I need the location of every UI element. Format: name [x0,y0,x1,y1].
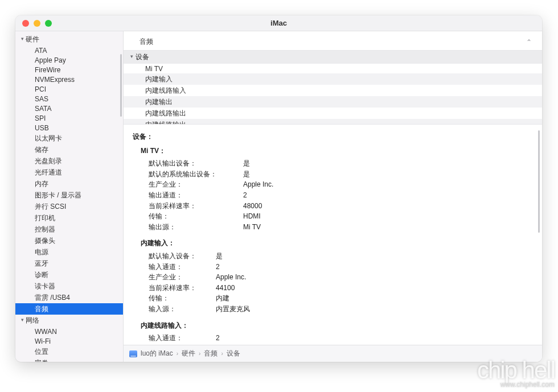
sidebar-item[interactable]: ATA [15,46,123,55]
device-list: ▾设备Mi TV内建输入内建线路输入内建输出内建线路输出内建线路输出内建数码输出 [124,51,542,125]
details-group-title: Mi TV： [141,146,533,156]
sidebar-item[interactable]: 摄像头 [15,235,123,246]
details-value: HDMI [243,211,261,222]
watermark-url: www.chiphell.com [477,381,555,389]
sidebar-item[interactable]: 并行 SCSI [15,201,123,212]
details-key: 传输： [141,293,216,304]
details-key: 输出源： [141,222,243,233]
details-header: 设备： [133,131,533,142]
details-value: Apple Inc. [216,272,246,283]
sidebar-item[interactable]: 控制器 [15,224,123,235]
details-key: 生产企业： [141,344,216,345]
sidebar-item[interactable]: 宗卷 [15,357,123,362]
details-kv-row: 输入源：内置麦克风 [141,304,533,315]
main-pane: 音频 ⌃ ▾设备Mi TV内建输入内建线路输入内建输出内建线路输出内建线路输出内… [124,31,542,362]
sidebar-item[interactable]: SPI [15,113,123,123]
device-list-row[interactable]: 内建输入 [124,73,542,85]
details-group-title: 内建输入： [141,238,533,249]
details-key: 当前采样速率： [141,283,216,294]
details-group: 内建线路输入：输入通道：2生产企业：Apple Inc.当前采样速率：44100… [141,320,533,345]
sidebar-item[interactable]: SAS [15,94,123,104]
sidebar-item[interactable]: 光盘刻录 [15,155,123,167]
details-value: Apple Inc. [216,344,246,345]
device-list-row[interactable]: 内建线路输出 [124,119,542,125]
sidebar-item[interactable]: 雷雳 /USB4 [15,292,123,303]
breadcrumb-item[interactable]: 音频 [204,349,218,358]
sidebar-item[interactable]: 蓝牙 [15,258,123,269]
sidebar[interactable]: ▾硬件ATAApple PayFireWireNVMExpressPCISASS… [15,31,124,362]
sidebar-group-header[interactable]: ▾硬件 [15,34,123,46]
details-key: 默认的系统输出设备： [141,169,243,180]
breadcrumb-item[interactable]: luo的 iMac [141,349,173,358]
details-value: 2 [216,333,220,344]
sidebar-item[interactable]: 内存 [15,178,123,189]
breadcrumb-separator-icon: › [199,350,200,357]
sidebar-item[interactable]: Wi-Fi [15,336,123,346]
chevron-up-icon[interactable]: ⌃ [526,38,532,46]
details-pane[interactable]: 设备：Mi TV：默认输出设备：是默认的系统输出设备：是生产企业：Apple I… [124,125,542,345]
details-value: 是 [216,251,223,262]
disclosure-triangle-icon[interactable]: ▾ [130,54,133,59]
details-kv-row: 输入通道：2 [141,333,533,344]
details-value: 2 [243,190,247,201]
sidebar-item[interactable]: 读卡器 [15,280,123,292]
details-kv-row: 输出源：Mi TV [141,222,533,233]
details-key: 输出通道： [141,190,243,201]
sidebar-item[interactable]: 以太网卡 [15,133,123,144]
details-value: 内置麦克风 [216,304,250,315]
device-list-row[interactable]: 内建输出 [124,96,542,108]
sidebar-item[interactable]: PCI [15,84,123,94]
device-list-row[interactable]: 内建线路输出 [124,108,542,119]
breadcrumb-separator-icon: › [221,350,223,357]
details-key: 生产企业： [141,272,216,283]
details-kv-row: 传输：HDMI [141,211,533,222]
details-kv-row: 当前采样速率：48000 [141,201,533,212]
details-value: Apple Inc. [243,179,273,190]
sidebar-item[interactable]: 电源 [15,246,123,258]
device-list-row[interactable]: 内建线路输入 [124,85,542,96]
details-key: 生产企业： [141,179,243,190]
watermark: chip hell www.chiphell.com [477,360,555,389]
breadcrumb-item[interactable]: 设备 [227,349,240,358]
sidebar-item[interactable]: 位置 [15,346,123,357]
device-list-row[interactable]: Mi TV [124,64,542,73]
sidebar-group-label: 硬件 [26,35,39,44]
sidebar-item[interactable]: Apple Pay [15,55,123,65]
breadcrumb: luo的 iMac›硬件›音频›设备 [124,345,542,362]
minimize-button[interactable] [34,20,40,27]
sidebar-item[interactable]: FireWire [15,65,123,75]
sidebar-item[interactable]: 光纤通道 [15,167,123,178]
sidebar-item[interactable]: 打印机 [15,212,123,224]
details-value: 内建 [216,293,229,304]
details-kv-row: 默认输出设备：是 [141,158,533,169]
device-list-header[interactable]: ▾设备 [124,51,542,64]
computer-icon [129,350,137,357]
sidebar-item[interactable]: NVMExpress [15,75,123,84]
fullscreen-button[interactable] [45,20,52,27]
sidebar-item[interactable]: 储存 [15,144,123,155]
details-value: 48000 [243,201,262,212]
disclosure-triangle-icon[interactable]: ▾ [21,317,24,323]
breadcrumb-item[interactable]: 硬件 [182,349,195,358]
sidebar-item[interactable]: WWAN [15,327,123,336]
details-key: 传输： [141,211,243,222]
close-button[interactable] [22,20,29,27]
details-key: 默认输出设备： [141,158,243,169]
details-value: 是 [243,169,250,180]
section-title: 音频 [140,37,153,47]
sidebar-item[interactable]: USB [15,123,123,133]
details-value: Mi TV [243,222,261,233]
sidebar-item[interactable]: 诊断 [15,269,123,280]
sidebar-item[interactable]: 图形卡 / 显示器 [15,189,123,201]
disclosure-triangle-icon[interactable]: ▾ [21,36,24,42]
details-key: 当前采样速率： [141,201,243,212]
sidebar-group-label: 网络 [26,316,39,325]
details-kv-row: 输出通道：2 [141,190,533,201]
details-key: 默认输入设备： [141,251,216,262]
watermark-logo: chip hell [477,360,555,381]
sidebar-item[interactable]: 音频 [15,303,123,315]
sidebar-group-header[interactable]: ▾网络 [15,315,123,327]
details-value: 44100 [216,283,235,294]
sidebar-item[interactable]: SATA [15,104,123,113]
details-group: Mi TV：默认输出设备：是默认的系统输出设备：是生产企业：Apple Inc.… [141,146,533,233]
